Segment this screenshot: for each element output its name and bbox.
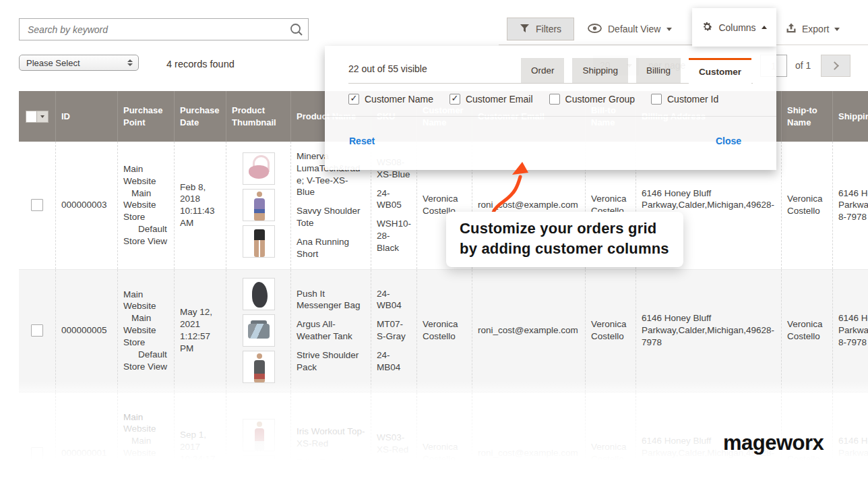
cell-purchase-date: Sep 1, 2017 10:34:17 AM <box>174 393 226 491</box>
search-input[interactable] <box>20 24 285 35</box>
cell-ship-to-name: Veronica Costello <box>781 142 832 269</box>
cell-bill-to-name: Veronica Costello <box>585 270 636 392</box>
chevron-down-icon <box>666 28 672 31</box>
cell-product-thumbnails <box>226 270 290 392</box>
row-checkbox[interactable] <box>31 324 43 337</box>
product-thumbnail-image <box>243 278 275 310</box>
close-link[interactable]: Close <box>716 136 741 146</box>
filters-button[interactable]: Filters <box>507 18 574 40</box>
product-thumbnail-image <box>243 419 275 451</box>
callout-line-2: by adding customer columns <box>460 239 670 259</box>
checkbox-icon[interactable] <box>450 94 460 105</box>
cell-id: 000000005 <box>55 270 117 392</box>
export-button[interactable]: Export <box>786 18 840 40</box>
chevron-down-icon <box>40 115 44 118</box>
cell-bill-to-name: Veronica Costello <box>585 393 636 491</box>
row-select-cell <box>19 142 55 269</box>
table-row: 000000005 Main Website Main Website Stor… <box>19 270 868 393</box>
annotation-callout: Customize your orders grid by adding cus… <box>446 212 683 267</box>
eye-icon <box>588 24 602 35</box>
cell-purchase-date: Feb 8, 2018 10:11:43 AM <box>174 142 226 269</box>
cell-id: 000000001 <box>55 393 117 491</box>
gear-icon <box>702 21 713 34</box>
select-options-dropdown[interactable] <box>37 111 49 123</box>
reset-link[interactable]: Reset <box>349 136 375 146</box>
cell-shipping-address: 6146 Honey Bluff Parkway,Calder,Michigan… <box>832 393 868 491</box>
header-shipping-address[interactable]: Shipping Address <box>832 91 868 142</box>
cell-product-thumbnails <box>226 393 290 491</box>
search-icon[interactable] <box>285 22 308 37</box>
select-all-checkbox[interactable] <box>26 111 37 123</box>
tab-order[interactable]: Order <box>521 58 565 83</box>
product-thumbnail-image <box>243 189 275 221</box>
chevron-right-icon <box>830 61 839 70</box>
product-thumbnail-image <box>243 351 275 383</box>
tab-billing[interactable]: Billing <box>636 58 681 83</box>
chevron-down-icon <box>834 28 840 31</box>
filters-label: Filters <box>536 24 561 34</box>
checkbox-icon[interactable] <box>348 94 359 105</box>
product-thumbnail-image <box>243 152 275 185</box>
cell-customer-email: roni_cost@example.com <box>472 270 585 392</box>
tab-shipping[interactable]: Shipping <box>572 58 628 83</box>
cell-purchase-date: May 12, 2021 1:12:57 PM <box>174 270 226 392</box>
header-ship-to-name[interactable]: Ship-to Name <box>781 91 832 142</box>
columns-tabs: Order Shipping Billing Customer <box>521 58 751 83</box>
checkbox-icon[interactable] <box>651 94 662 105</box>
view-label: Default View <box>608 24 660 34</box>
product-thumbnail-image <box>243 225 275 258</box>
mass-action-select[interactable]: Please Select <box>19 55 139 71</box>
header-purchase-point[interactable]: Purchase Point <box>117 91 174 142</box>
row-checkbox[interactable] <box>31 447 43 459</box>
columns-button[interactable]: Columns <box>692 8 776 47</box>
checkbox-customer-group[interactable]: Customer Group <box>549 94 635 105</box>
row-checkbox[interactable] <box>31 199 43 211</box>
row-select-cell <box>19 270 55 392</box>
cell-shipping-address: 6146 Honey Bluff Parkway,Calder,Michigan… <box>832 270 868 392</box>
funnel-icon <box>520 24 530 35</box>
toolbar-divider <box>499 45 868 45</box>
export-icon <box>786 23 797 36</box>
product-thumbnail-image <box>243 314 275 347</box>
records-found-text: 4 records found <box>166 59 235 69</box>
tab-customer[interactable]: Customer <box>689 58 751 84</box>
keyword-search <box>19 18 309 40</box>
cell-customer-name: Veronica Costello <box>416 393 472 491</box>
cell-purchase-point: Main Website Main Website Store Default … <box>117 142 174 269</box>
columns-panel: 22 out of 55 visible Order Shipping Bill… <box>325 46 776 170</box>
cell-id: 000000003 <box>55 142 117 269</box>
checkbox-customer-id[interactable]: Customer Id <box>651 94 718 105</box>
mageworx-logo: mageworx <box>723 431 824 455</box>
header-purchase-date[interactable]: Purchase Date <box>174 91 226 142</box>
cell-ship-to-name: Veronica Costello <box>781 270 832 392</box>
columns-visible-summary: 22 out of 55 visible <box>348 63 427 74</box>
page-of-label: of 1 <box>795 60 811 71</box>
up-down-arrows-icon <box>127 59 133 66</box>
orders-grid-page: Filters Default View Export Please Selec… <box>0 0 868 491</box>
next-page-button[interactable] <box>821 55 850 77</box>
header-select-cell <box>19 91 55 142</box>
column-checkbox-list: Customer Name Customer Email Customer Gr… <box>348 94 718 105</box>
header-product-thumbnail[interactable]: Product Thumbnail <box>226 91 290 142</box>
row-select-cell <box>19 393 55 491</box>
cell-product-thumbnails <box>226 142 290 269</box>
panel-divider <box>325 116 776 117</box>
view-switcher-button[interactable]: Default View <box>588 18 672 40</box>
checkbox-icon[interactable] <box>549 94 560 105</box>
product-thumbnail-image <box>243 455 275 488</box>
cell-skus: 24-WB04 MT07-S-Gray 24-MB04 <box>371 270 416 392</box>
mass-action-value: Please Select <box>26 58 127 68</box>
cell-customer-name: Veronica Costello <box>416 270 472 392</box>
cell-purchase-point: Main Website Main Website Store Default … <box>117 270 174 392</box>
cell-product-names: Iris Workout Top-XS-Red Erika Running Sh… <box>290 393 371 491</box>
chevron-up-icon <box>762 26 767 29</box>
export-label: Export <box>802 24 829 34</box>
cell-skus: WS03-XS-Red WSH12 <box>371 393 416 491</box>
checkbox-customer-email[interactable]: Customer Email <box>450 94 533 105</box>
cell-shipping-address: 6146 Honey Bluff Parkway,Calder,Michigan… <box>832 142 868 269</box>
cell-billing-address: 6146 Honey Bluff Parkway,Calder,Michigan… <box>636 270 781 392</box>
header-id[interactable]: ID <box>55 91 117 142</box>
columns-label: Columns <box>718 22 755 33</box>
checkbox-customer-name[interactable]: Customer Name <box>348 94 433 105</box>
cell-customer-email: roni_cost@example.com <box>472 393 585 491</box>
